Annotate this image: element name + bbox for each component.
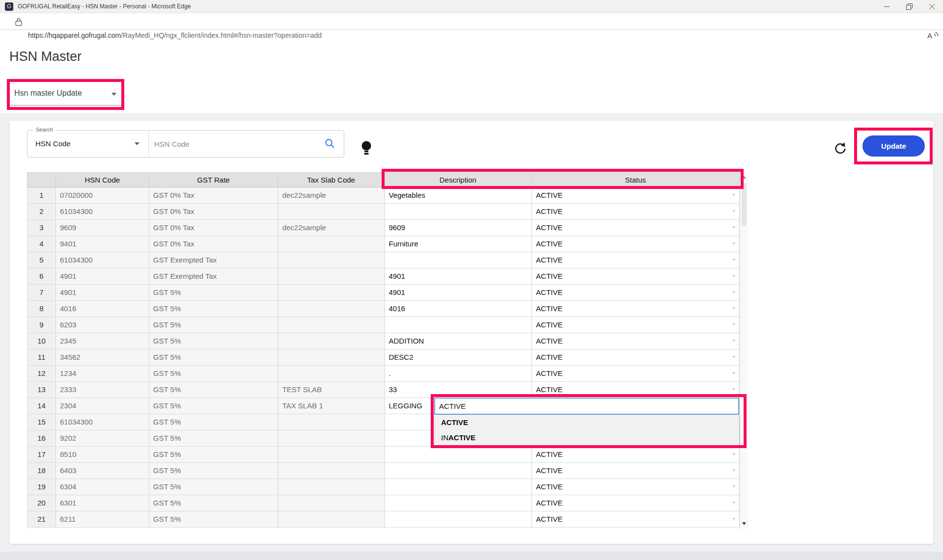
scroll-down-icon[interactable] <box>742 522 746 525</box>
cell-description[interactable]: 4901 <box>385 285 532 301</box>
restore-button[interactable] <box>898 0 920 13</box>
table-row: 49401GST 0% TaxFurnitureACTIVE <box>28 236 740 252</box>
cell-row-number: 11 <box>28 349 56 366</box>
cell-gst-rate: GST 5% <box>149 479 278 495</box>
operation-select-value: Hsn master Update <box>14 89 82 98</box>
search-type-select[interactable]: HSN Code <box>28 131 148 157</box>
page-title: HSN Master <box>9 49 82 64</box>
cell-description[interactable]: . <box>385 366 532 382</box>
lightbulb-icon[interactable] <box>361 140 373 156</box>
cell-description[interactable]: 4016 <box>385 301 532 317</box>
url-domain: https://hqapparel.gofrugal.com <box>28 31 121 39</box>
chevron-down-icon <box>732 275 736 277</box>
cell-gst-rate: GST 5% <box>149 317 278 333</box>
cell-description[interactable]: 33 <box>385 382 532 398</box>
cell-status[interactable]: ACTIVE <box>532 349 740 366</box>
cell-description[interactable] <box>385 463 532 479</box>
cell-description[interactable] <box>385 317 532 333</box>
header-cell-hsn-code: HSN Code <box>56 173 149 187</box>
search-input[interactable] <box>154 131 321 157</box>
cell-status[interactable]: ACTIVE <box>532 317 740 333</box>
cell-status[interactable]: ACTIVE <box>532 285 740 301</box>
page-bottom-strip <box>0 552 943 560</box>
cell-status[interactable]: ACTIVE <box>532 511 740 528</box>
cell-description[interactable]: Furniture <box>385 236 532 252</box>
header-cell-tax-slab-code: Tax Slab Code <box>278 173 385 187</box>
cell-status[interactable]: ACTIVE <box>532 252 740 268</box>
cell-description[interactable] <box>385 447 532 463</box>
update-button[interactable]: Update <box>862 135 925 157</box>
cell-description[interactable]: DESC2 <box>385 349 532 366</box>
table-row: 121234GST 5%.ACTIVE <box>28 366 740 382</box>
status-select-open[interactable]: ACTIVE <box>434 398 739 415</box>
cell-description[interactable] <box>385 511 532 528</box>
cell-status[interactable]: ACTIVE <box>532 236 740 252</box>
cell-gst-rate: GST Exempted Tax <box>149 252 278 268</box>
hsn-table: HSN CodeGST RateTax Slab CodeDescription… <box>27 172 740 529</box>
cell-status[interactable]: ACTIVE <box>532 479 740 495</box>
cell-status[interactable]: ACTIVE <box>532 301 740 317</box>
cell-status[interactable]: ACTIVE <box>532 447 740 463</box>
table-row: 74901GST 5%4901ACTIVE <box>28 285 740 301</box>
cell-status[interactable]: ACTIVE <box>532 204 740 220</box>
table-row: 261034300GST 0% TaxACTIVE <box>28 204 740 220</box>
cell-hsn-code: 6203 <box>56 317 149 333</box>
chevron-down-icon <box>732 242 736 245</box>
minimize-button[interactable] <box>875 0 898 13</box>
cell-tax-slab <box>278 430 385 447</box>
cell-status[interactable]: ACTIVE <box>532 268 740 285</box>
cell-status[interactable]: ACTIVE <box>532 333 740 349</box>
cell-status[interactable]: ACTIVE <box>532 366 740 382</box>
cell-status[interactable]: ACTIVE <box>532 220 740 236</box>
table-row: 132333GST 5%TEST SLAB33ACTIVE <box>28 382 740 398</box>
address-bar[interactable]: https://hqapparel.gofrugal.com/RayMedi_H… <box>0 14 943 30</box>
cell-status[interactable]: ACTIVE <box>532 463 740 479</box>
chevron-down-icon <box>732 259 736 261</box>
operation-select[interactable]: Hsn master Update <box>10 82 121 107</box>
cell-status[interactable]: ACTIVE <box>532 382 740 398</box>
cell-description[interactable]: 4901 <box>385 268 532 285</box>
cell-row-number: 4 <box>28 236 56 252</box>
table-row: 102345GST 5%ADDITIONACTIVE <box>28 333 740 349</box>
cell-tax-slab <box>278 252 385 268</box>
table-row: 64901GST Exempted Tax4901ACTIVE <box>28 268 740 285</box>
scrollbar-thumb[interactable] <box>742 183 747 226</box>
cell-description[interactable] <box>385 204 532 220</box>
cell-description[interactable] <box>385 479 532 495</box>
cell-gst-rate: GST 0% Tax <box>149 236 278 252</box>
cell-description[interactable]: Vegetables <box>385 187 532 204</box>
scroll-up-icon[interactable] <box>742 176 746 179</box>
cell-description[interactable] <box>385 495 532 511</box>
cell-status[interactable]: ACTIVE <box>532 495 740 511</box>
cell-description[interactable]: ADDITION <box>385 333 532 349</box>
status-option-inactive[interactable]: INACTIVE <box>435 430 739 445</box>
cell-description[interactable] <box>385 252 532 268</box>
cell-tax-slab: dec22sample <box>278 220 385 236</box>
cell-tax-slab <box>278 268 385 285</box>
cell-gst-rate: GST 5% <box>149 511 278 528</box>
header-cell-rownum <box>28 173 56 187</box>
chevron-down-icon <box>732 388 736 391</box>
cell-gst-rate: GST 5% <box>149 398 278 414</box>
table-scrollbar[interactable] <box>740 172 748 529</box>
cell-gst-rate: GST 5% <box>149 447 278 463</box>
cell-hsn-code: 4016 <box>56 301 149 317</box>
cell-row-number: 20 <box>28 495 56 511</box>
read-aloud-icon[interactable]: A <box>927 31 939 40</box>
refresh-icon[interactable] <box>833 142 847 156</box>
cell-description[interactable]: 9609 <box>385 220 532 236</box>
chevron-down-icon <box>732 356 736 358</box>
cell-status[interactable]: ACTIVE <box>532 187 740 204</box>
cell-tax-slab <box>278 366 385 382</box>
close-button[interactable] <box>920 0 943 13</box>
status-option-active[interactable]: ACTIVE <box>435 415 739 430</box>
cell-tax-slab <box>278 333 385 349</box>
cell-gst-rate: GST 5% <box>149 301 278 317</box>
cell-hsn-code: 6301 <box>56 495 149 511</box>
search-icon[interactable] <box>325 138 335 149</box>
cell-hsn-code: 9609 <box>56 220 149 236</box>
cell-row-number: 10 <box>28 333 56 349</box>
cell-tax-slab <box>278 301 385 317</box>
cell-gst-rate: GST Exempted Tax <box>149 268 278 285</box>
status-option-inactive-prefix: IN <box>441 433 448 442</box>
